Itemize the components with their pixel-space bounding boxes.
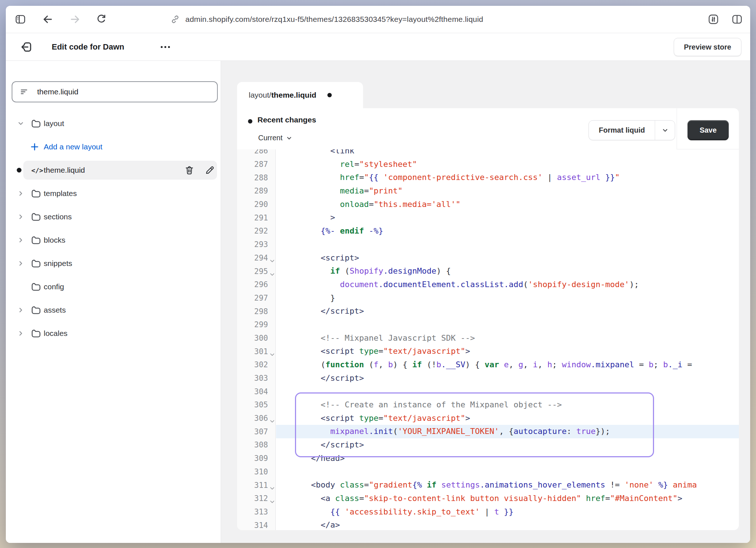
url-bar[interactable]: admin.shopify.com/store/rzq1xu-f5/themes… [170,15,483,24]
code-line-303[interactable]: </script> [276,372,739,385]
forward-button-icon[interactable] [69,13,81,25]
code-line-291[interactable]: > [276,211,739,224]
fold-toggle-icon[interactable] [269,258,275,264]
tree-item-blocks[interactable]: blocks [6,228,221,252]
edit-file-icon[interactable] [204,165,214,175]
chevron-right-icon[interactable] [17,236,25,244]
code-line-288[interactable]: href="{{ 'component-predictive-search.cs… [276,171,739,184]
code-line-305[interactable]: <!-- Create an instance of the Mixpanel … [276,398,739,412]
code-line-294[interactable]: <script> [276,251,739,265]
chevron-right-icon[interactable] [17,329,25,337]
split-view-icon[interactable] [731,13,743,25]
tree-item-templates[interactable]: templates [6,182,221,205]
code-line-290[interactable]: onload="this.media='all'" [276,198,739,211]
line-number: 305 [254,400,268,409]
chevron-right-icon[interactable] [17,213,25,221]
format-liquid-button[interactable]: Format liquid [589,121,655,140]
browser-window: admin.shopify.com/store/rzq1xu-f5/themes… [6,6,750,543]
line-number: 296 [254,280,268,289]
file-tree: layoutAdd a new layout</>theme.liquidtem… [6,112,221,345]
code-editor[interactable]: 2862872882892902912922932942952962972982… [237,149,739,530]
fold-toggle-icon[interactable] [269,272,275,277]
version-dropdown[interactable]: Current [258,134,292,142]
code-line-297[interactable]: } [276,291,739,305]
folder-icon [31,281,42,292]
editor-toolbar: Recent changes Current Format liquid [237,108,739,149]
line-number: 287 [254,160,268,169]
exit-editor-icon[interactable] [20,40,33,54]
code-line-310[interactable] [276,465,739,479]
main-area: theme.liquid layoutAdd a new layout</>th… [6,61,750,543]
code-line-293[interactable] [276,238,739,251]
fold-toggle-icon[interactable] [269,419,275,424]
editor-content: layout/theme.liquid Recent changes Curre… [221,61,750,543]
page-title: Edit code for Dawn [52,42,124,52]
line-number: 307 [254,427,268,436]
more-actions-icon[interactable] [159,42,172,52]
tree-item-theme-liquid[interactable]: </>theme.liquid [6,158,221,182]
code-line-301[interactable]: <script type="text/javascript"> [276,345,739,358]
unsaved-changes-dot [327,93,332,97]
code-line-306[interactable]: <script type="text/javascript"> [276,412,739,425]
folder-icon [31,118,42,129]
tab-layout-theme-liquid[interactable]: layout/theme.liquid [237,82,363,108]
code-line-302[interactable]: (function (f, b) { if (!b.__SV) { var e,… [276,358,739,372]
tree-item-sections[interactable]: sections [6,205,221,228]
tree-item-snippets[interactable]: snippets [6,252,221,275]
save-button[interactable]: Save [688,120,729,140]
tree-item-label: sections [44,212,72,221]
reload-button-icon[interactable] [95,13,107,25]
line-number: 310 [254,467,268,476]
code-line-292[interactable]: {%- endif -%} [276,224,739,238]
fold-toggle-icon[interactable] [269,499,275,505]
folder-icon [31,188,42,199]
folder-icon [31,328,42,339]
version-selected: Current [258,134,283,142]
chevron-right-icon[interactable] [17,189,25,197]
search-value: theme.liquid [37,87,78,96]
line-number: 295 [254,267,268,276]
back-button-icon[interactable] [42,13,54,25]
chevron-right-icon[interactable] [17,259,25,267]
delete-file-icon[interactable] [184,165,194,175]
chevron-down-icon[interactable] [17,120,25,128]
chevron-right-icon[interactable] [17,306,25,314]
code-line-313[interactable]: {{ 'accessibility.skip_to_text' | t }} [276,505,739,519]
browser-settings-sliders-icon[interactable] [708,13,719,25]
code-line-295[interactable]: if (Shopify.designMode) { [276,265,739,278]
code-line-300[interactable]: <!-- Mixpanel Javascript SDK --> [276,332,739,345]
chevron-down-icon [286,135,292,141]
tree-item-add-a-new-layout[interactable]: Add a new layout [6,135,221,158]
code-line-299[interactable] [276,318,739,332]
tab-path-prefix: layout/ [249,91,271,99]
code-line-286[interactable]: <link [276,149,739,158]
code-line-309[interactable]: </head> [276,452,739,465]
tab-file-name: theme.liquid [271,91,316,99]
fold-toggle-icon[interactable] [269,486,275,491]
code-line-312[interactable]: <a class="skip-to-content-link button vi… [276,492,739,505]
code-line-287[interactable]: rel="stylesheet" [276,158,739,171]
code-line-314[interactable]: </a> [276,518,739,530]
tree-item-layout[interactable]: layout [6,112,221,135]
code-line-308[interactable]: </script> [276,438,739,452]
line-number: 297 [254,294,268,302]
line-number: 291 [254,214,268,222]
tree-item-assets[interactable]: assets [6,298,221,322]
code-line-304[interactable] [276,385,739,398]
format-liquid-split-button: Format liquid [588,120,675,140]
tree-item-label: layout [44,119,64,128]
code-line-298[interactable]: </script> [276,305,739,318]
format-liquid-menu-button[interactable] [655,121,675,140]
code-line-311[interactable]: <body class="gradient{% if settings.anim… [276,478,739,492]
code-line-296[interactable]: document.documentElement.classList.add('… [276,278,739,291]
preview-store-button[interactable]: Preview store [674,38,741,56]
line-number: 314 [254,521,268,530]
code-line-307[interactable]: mixpanel.init('YOUR_MIXPANEL_TOKEN', {au… [276,425,739,438]
tree-item-locales[interactable]: locales [6,322,221,345]
code-lines: <linkrel="stylesheet"href="{{ 'component… [276,149,739,530]
file-search-input[interactable]: theme.liquid [12,81,218,102]
fold-toggle-icon[interactable] [269,352,275,357]
tree-item-config[interactable]: config [6,275,221,298]
code-line-289[interactable]: media="print" [276,184,739,198]
browser-sidebar-toggle-icon[interactable] [15,13,26,25]
